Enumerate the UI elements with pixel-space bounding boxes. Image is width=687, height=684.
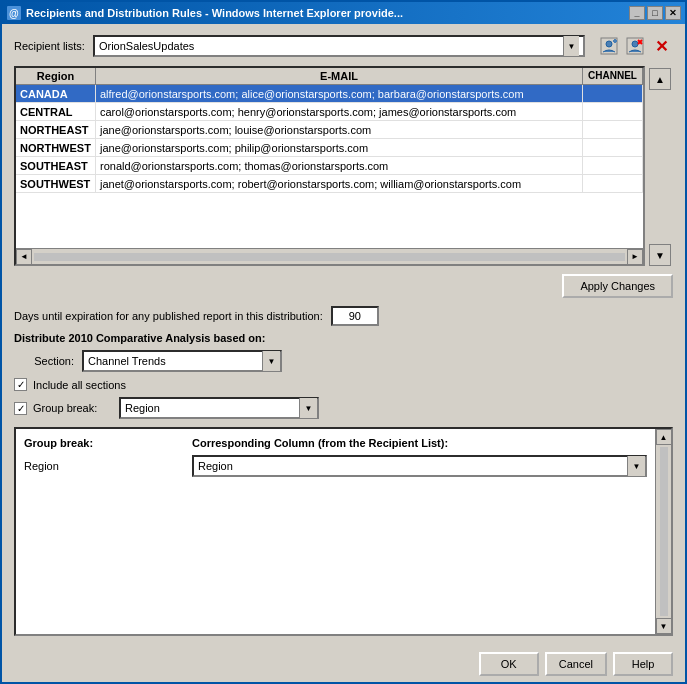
recipient-row: Recipient lists: OrionSalesUpdates ▼	[14, 34, 673, 58]
table-area: Region E-MAIL CHANNEL CANADAalfred@orion…	[14, 66, 673, 266]
col-header-email: E-MAIL	[96, 68, 583, 84]
group-break-checkbox[interactable]	[14, 402, 27, 415]
table-cell-channel	[583, 121, 643, 138]
table-cell-region: NORTHWEST	[16, 139, 96, 156]
horizontal-scrollbar[interactable]: ◄ ►	[16, 248, 643, 264]
include-all-sections-checkbox[interactable]	[14, 378, 27, 391]
table-cell-channel	[583, 103, 643, 120]
table-cell-channel	[583, 139, 643, 156]
main-window: @ Recipients and Distribution Rules - Wi…	[0, 0, 687, 684]
svg-text:@: @	[9, 8, 19, 19]
maximize-button[interactable]: □	[647, 6, 663, 20]
section-value: Channel Trends	[84, 355, 262, 367]
table-row[interactable]: SOUTHEASTronald@orionstarsports.com; tho…	[16, 157, 643, 175]
table-cell-email: alfred@orionstarsports.com; alice@orions…	[96, 85, 583, 102]
table-row[interactable]: CANADAalfred@orionstarsports.com; alice@…	[16, 85, 643, 103]
table-cell-region: CENTRAL	[16, 103, 96, 120]
days-expiration-row: Days until expiration for any published …	[14, 306, 673, 326]
include-all-sections-label: Include all sections	[33, 379, 126, 391]
dialog-footer: OK Cancel Help	[2, 646, 685, 682]
corresponding-column-value: Region	[194, 460, 627, 472]
table-cell-region: SOUTHEAST	[16, 157, 96, 174]
apply-changes-button[interactable]: Apply Changes	[562, 274, 673, 298]
section-dropdown[interactable]: Channel Trends ▼	[82, 350, 282, 372]
scroll-track	[34, 253, 625, 261]
recipient-dropdown-arrow[interactable]: ▼	[563, 36, 579, 56]
days-expiration-input[interactable]	[331, 306, 379, 326]
table-cell-channel	[583, 157, 643, 174]
svg-point-3	[606, 41, 612, 47]
group-break-dropdown[interactable]: Region ▼	[119, 397, 319, 419]
ok-button[interactable]: OK	[479, 652, 539, 676]
add-recipient-button[interactable]	[597, 34, 621, 58]
table-row[interactable]: SOUTHWESTjanet@orionstarsports.com; robe…	[16, 175, 643, 193]
window-title: Recipients and Distribution Rules - Wind…	[26, 7, 629, 19]
bottom-panel: Group break: Corresponding Column (from …	[14, 427, 673, 636]
bottom-data-row: Region Region ▼	[24, 455, 647, 477]
col-header-channel: CHANNEL	[583, 68, 643, 84]
table-cell-region: CANADA	[16, 85, 96, 102]
recipient-list-dropdown[interactable]: OrionSalesUpdates ▼	[93, 35, 585, 57]
close-button[interactable]: ✕	[665, 6, 681, 20]
scroll-right-button[interactable]: ►	[627, 249, 643, 265]
recipients-table: Region E-MAIL CHANNEL CANADAalfred@orion…	[14, 66, 645, 266]
form-section: Days until expiration for any published …	[14, 306, 673, 419]
group-break-label: Group break:	[33, 402, 113, 414]
group-break-arrow[interactable]: ▼	[299, 398, 317, 418]
bottom-group-break-value: Region	[24, 460, 59, 472]
bottom-panel-content: Group break: Corresponding Column (from …	[16, 429, 655, 634]
side-toolbar: ▲ ▼	[649, 66, 673, 266]
minimize-button[interactable]: _	[629, 6, 645, 20]
bottom-scroll-down[interactable]: ▼	[656, 618, 672, 634]
corresponding-column-dropdown[interactable]: Region ▼	[192, 455, 647, 477]
table-cell-email: jane@orionstarsports.com; louise@orionst…	[96, 121, 583, 138]
days-expiration-label: Days until expiration for any published …	[14, 310, 323, 322]
table-cell-email: jane@orionstarsports.com; philip@orionst…	[96, 139, 583, 156]
table-row[interactable]: CENTRALcarol@orionstarsports.com; henry@…	[16, 103, 643, 121]
dialog-content: Recipient lists: OrionSalesUpdates ▼	[2, 24, 685, 646]
clear-recipient-button[interactable]: ✕	[649, 34, 673, 58]
bottom-group-break-cell: Region	[24, 460, 184, 472]
window-icon: @	[6, 5, 22, 21]
group-break-row: Group break: Region ▼	[14, 397, 673, 419]
apply-row: Apply Changes	[14, 274, 673, 298]
table-row[interactable]: NORTHEASTjane@orionstarsports.com; louis…	[16, 121, 643, 139]
recipient-label: Recipient lists:	[14, 40, 85, 52]
scroll-up-button[interactable]: ▲	[649, 68, 671, 90]
section-row: Section: Channel Trends ▼	[14, 350, 673, 372]
include-all-sections-row: Include all sections	[14, 378, 673, 391]
table-row[interactable]: NORTHWESTjane@orionstarsports.com; phili…	[16, 139, 643, 157]
section-label: Section:	[14, 355, 74, 367]
distribute-title-row: Distribute 2010 Comparative Analysis bas…	[14, 332, 673, 344]
distribute-title: Distribute 2010 Comparative Analysis bas…	[14, 332, 265, 344]
table-body: CANADAalfred@orionstarsports.com; alice@…	[16, 85, 643, 248]
bottom-scroll-up[interactable]: ▲	[656, 429, 672, 445]
bottom-header-row: Group break: Corresponding Column (from …	[24, 437, 647, 449]
table-cell-region: NORTHEAST	[16, 121, 96, 138]
recipient-list-value: OrionSalesUpdates	[99, 40, 563, 52]
title-bar: @ Recipients and Distribution Rules - Wi…	[2, 2, 685, 24]
delete-recipient-button[interactable]	[623, 34, 647, 58]
help-button[interactable]: Help	[613, 652, 673, 676]
table-cell-email: carol@orionstarsports.com; henry@orionst…	[96, 103, 583, 120]
bottom-col2-header: Corresponding Column (from the Recipient…	[192, 437, 647, 449]
table-header: Region E-MAIL CHANNEL	[16, 68, 643, 85]
recipient-toolbar: ✕	[597, 34, 673, 58]
corresponding-column-arrow[interactable]: ▼	[627, 456, 645, 476]
bottom-corresponding-cell: Region ▼	[192, 455, 647, 477]
table-cell-region: SOUTHWEST	[16, 175, 96, 192]
table-cell-channel	[583, 175, 643, 192]
col-header-region: Region	[16, 68, 96, 84]
table-cell-email: janet@orionstarsports.com; robert@orions…	[96, 175, 583, 192]
table-cell-channel	[583, 85, 643, 102]
scroll-down-button[interactable]: ▼	[649, 244, 671, 266]
window-controls: _ □ ✕	[629, 6, 681, 20]
scroll-left-button[interactable]: ◄	[16, 249, 32, 265]
svg-point-7	[632, 41, 638, 47]
table-cell-email: ronald@orionstarsports.com; thomas@orion…	[96, 157, 583, 174]
group-break-value: Region	[121, 402, 299, 414]
bottom-scroll-track	[660, 447, 668, 616]
cancel-button[interactable]: Cancel	[545, 652, 607, 676]
bottom-panel-scrollbar: ▲ ▼	[655, 429, 671, 634]
section-dropdown-arrow[interactable]: ▼	[262, 351, 280, 371]
